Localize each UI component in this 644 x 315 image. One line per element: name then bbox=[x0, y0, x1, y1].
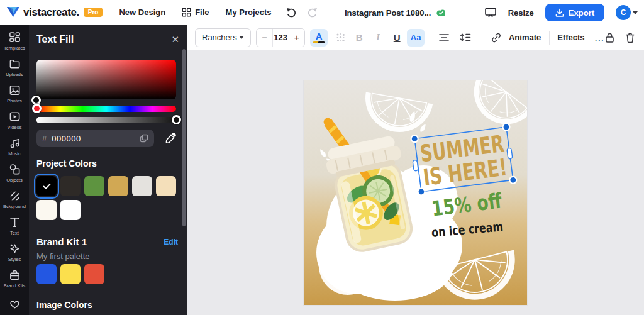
text-fill-panel: Text Fill ✕ # 000000 Project Colors bbox=[29, 25, 187, 315]
workspace[interactable]: SUMMER IS HERE! 15% off on ice cream bbox=[187, 50, 644, 315]
design-canvas[interactable]: SUMMER IS HERE! 15% off on ice cream bbox=[304, 80, 527, 305]
opacity-handle[interactable] bbox=[172, 115, 181, 124]
text-color-button[interactable]: A bbox=[310, 29, 328, 47]
italic-button[interactable]: I bbox=[369, 29, 387, 47]
objects-icon bbox=[9, 163, 21, 175]
templates-icon bbox=[9, 31, 21, 43]
sidebar-item-styles[interactable]: Styles bbox=[1, 241, 28, 263]
highlight-icon bbox=[335, 32, 346, 43]
project-color-swatch[interactable] bbox=[132, 176, 152, 196]
link-button[interactable] bbox=[487, 29, 505, 47]
text-icon bbox=[9, 216, 21, 228]
left-sidebar: Templates Uploads Photos Videos bbox=[0, 25, 29, 315]
font-size-control: − 123 + bbox=[256, 28, 305, 47]
chevron-down-icon bbox=[239, 36, 244, 39]
increase-font-size-button[interactable]: + bbox=[289, 29, 305, 47]
saturation-picker[interactable] bbox=[36, 60, 176, 99]
align-center-button[interactable] bbox=[435, 29, 453, 47]
panel-scrollbar[interactable] bbox=[182, 49, 186, 226]
pro-badge: Pro bbox=[84, 8, 103, 17]
my-projects-button[interactable]: My Projects bbox=[226, 8, 272, 17]
sidebar-item-uploads[interactable]: Uploads bbox=[1, 57, 28, 79]
music-icon bbox=[9, 137, 21, 149]
selection-right-handle[interactable] bbox=[507, 148, 513, 159]
edit-brand-kit-link[interactable]: Edit bbox=[164, 238, 178, 246]
text-toolbar: Ranchers − 123 + A B I U Aa bbox=[187, 25, 644, 50]
project-color-swatch[interactable] bbox=[36, 176, 57, 196]
font-size-value[interactable]: 123 bbox=[272, 29, 289, 47]
underline-button[interactable]: U bbox=[388, 29, 406, 47]
cloud-synced-icon bbox=[436, 8, 447, 17]
instagram-post-design: SUMMER IS HERE! 15% off on ice cream bbox=[304, 80, 527, 305]
download-icon bbox=[555, 8, 564, 17]
sidebar-item-background[interactable]: Bckground bbox=[1, 189, 28, 211]
sidebar-item-favorites[interactable] bbox=[1, 293, 28, 315]
account-menu[interactable]: C bbox=[616, 5, 638, 20]
redo-icon[interactable] bbox=[306, 7, 318, 18]
image-colors-heading: Image Colors bbox=[36, 300, 92, 310]
decrease-font-size-button[interactable]: − bbox=[257, 29, 272, 47]
project-color-swatch[interactable] bbox=[60, 200, 80, 220]
letter-case-button[interactable]: Aa bbox=[407, 29, 425, 47]
project-color-swatch[interactable] bbox=[108, 176, 128, 196]
sidebar-item-objects[interactable]: Objects bbox=[1, 162, 28, 184]
styles-icon bbox=[9, 243, 21, 255]
eyedropper-icon[interactable] bbox=[164, 132, 177, 145]
hue-slider[interactable] bbox=[36, 106, 176, 112]
toolbar-divider bbox=[430, 31, 430, 45]
undo-icon[interactable] bbox=[286, 7, 297, 18]
palette-name: My first palette bbox=[36, 251, 90, 261]
line-spacing-button[interactable] bbox=[457, 29, 474, 47]
brand-color-swatch[interactable] bbox=[84, 264, 104, 284]
export-button[interactable]: Export bbox=[545, 4, 604, 21]
file-menu[interactable]: File bbox=[182, 8, 209, 17]
highlight-button[interactable] bbox=[331, 29, 349, 47]
sidebar-item-music[interactable]: Music bbox=[1, 136, 28, 158]
text-color-icon: A bbox=[316, 31, 323, 41]
hue-handle[interactable] bbox=[32, 104, 42, 113]
project-color-swatch[interactable] bbox=[84, 176, 104, 196]
brand-color-swatch[interactable] bbox=[60, 264, 80, 284]
sidebar-item-text[interactable]: Text bbox=[1, 215, 28, 237]
lock-icon[interactable] bbox=[604, 32, 615, 43]
trash-icon[interactable] bbox=[625, 32, 635, 43]
copy-icon[interactable] bbox=[140, 134, 148, 143]
sidebar-item-templates[interactable]: Templates bbox=[1, 30, 28, 52]
bold-button[interactable]: B bbox=[350, 29, 368, 47]
check-icon bbox=[36, 176, 57, 196]
sidebar-item-videos[interactable]: Videos bbox=[1, 109, 28, 131]
toolbar-divider bbox=[549, 31, 550, 45]
uploads-icon bbox=[9, 58, 21, 70]
resize-button[interactable]: Resize bbox=[508, 8, 534, 18]
vistacreate-logo[interactable]: vistacreate. Pro bbox=[6, 6, 103, 19]
project-color-swatch[interactable] bbox=[156, 176, 176, 196]
font-family-select[interactable]: Ranchers bbox=[195, 28, 251, 47]
brand-palette-grid bbox=[36, 264, 104, 284]
align-center-icon bbox=[438, 33, 450, 42]
avatar: C bbox=[616, 5, 631, 20]
new-design-button[interactable]: New Design bbox=[119, 8, 165, 17]
effects-button[interactable]: Effects bbox=[557, 33, 584, 42]
project-color-swatch[interactable] bbox=[36, 200, 57, 220]
chevron-down-icon bbox=[633, 11, 638, 14]
sidebar-item-photos[interactable]: Photos bbox=[1, 83, 28, 105]
brand-kit-heading: Brand Kit 1 bbox=[36, 236, 87, 247]
sidebar-item-brand-kits[interactable]: Brand Kits bbox=[1, 268, 28, 290]
close-icon[interactable]: ✕ bbox=[171, 34, 179, 45]
brand-color-swatch[interactable] bbox=[36, 264, 57, 284]
document-title[interactable]: Instagram Post 1080... bbox=[345, 0, 447, 25]
videos-icon bbox=[9, 111, 21, 123]
hex-prefix: # bbox=[42, 134, 47, 143]
present-icon[interactable] bbox=[484, 7, 497, 18]
heart-icon bbox=[9, 300, 21, 309]
more-options-button[interactable]: ... bbox=[595, 32, 605, 43]
hex-value: 000000 bbox=[52, 134, 135, 143]
opacity-slider[interactable] bbox=[36, 117, 176, 123]
background-icon bbox=[9, 190, 21, 202]
file-grid-icon bbox=[182, 8, 191, 17]
project-color-swatch[interactable] bbox=[60, 176, 80, 196]
animate-button[interactable]: Animate bbox=[509, 33, 541, 42]
selection-left-handle[interactable] bbox=[413, 160, 418, 171]
project-colors-heading: Project Colors bbox=[36, 158, 97, 169]
hex-color-input[interactable]: # 000000 bbox=[36, 130, 154, 147]
